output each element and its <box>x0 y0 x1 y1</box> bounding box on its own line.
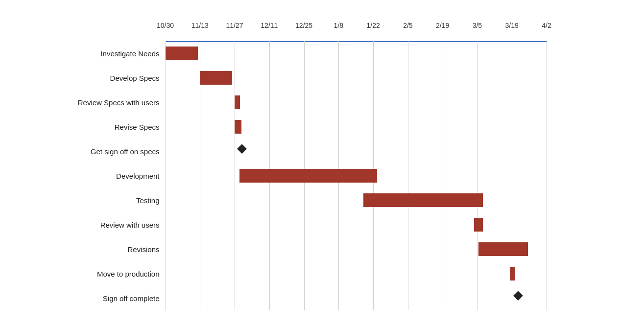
task-label-develop-specs: Develop Specs <box>9 66 166 90</box>
gantt-row-7 <box>166 212 616 237</box>
gantt-row-0 <box>166 41 616 66</box>
gantt-row-2 <box>166 90 616 115</box>
bar-6 <box>363 193 483 207</box>
gantt-row-6 <box>166 188 616 212</box>
bar-2 <box>235 95 240 109</box>
date-label-1-8: 1/8 <box>334 22 343 29</box>
task-label-sign-off-complete: Sign off complete <box>9 286 166 310</box>
gantt-row-9 <box>166 261 616 286</box>
bar-9 <box>510 267 515 280</box>
date-label-10-30: 10/30 <box>157 22 174 29</box>
gantt-row-1 <box>166 66 616 90</box>
gantt-row-4 <box>166 139 616 164</box>
date-label-2-5: 2/5 <box>403 22 412 29</box>
task-label-review-specs-users: Review Specs with users <box>9 90 166 115</box>
date-label-4-2: 4/2 <box>542 22 551 29</box>
diamond-10 <box>513 291 523 301</box>
gantt-rows <box>166 41 616 310</box>
chart-container: Investigate Needs Develop Specs Review S… <box>9 7 636 320</box>
date-label-1-22: 1/22 <box>366 22 380 29</box>
date-label-3-19: 3/19 <box>505 22 519 29</box>
date-label-11-13: 11/13 <box>191 22 209 29</box>
bar-7 <box>474 218 483 232</box>
date-labels: 10/3011/1311/2712/1112/251/81/222/52/193… <box>166 17 616 41</box>
gantt-row-5 <box>166 164 616 188</box>
bar-3 <box>235 120 241 134</box>
task-label-testing: Testing <box>9 188 166 212</box>
gantt-area: 10/3011/1311/2712/1112/251/81/222/52/193… <box>166 17 616 310</box>
bar-5 <box>239 169 377 183</box>
date-label-11-27: 11/27 <box>226 22 243 29</box>
task-label-move-production: Move to production <box>9 261 166 286</box>
chart-inner: Investigate Needs Develop Specs Review S… <box>9 17 616 310</box>
date-label-2-19: 2/19 <box>436 22 449 29</box>
task-label-development: Development <box>9 164 166 188</box>
labels-column: Investigate Needs Develop Specs Review S… <box>9 17 166 310</box>
task-label-revisions: Revisions <box>9 237 166 261</box>
bar-8 <box>478 242 528 256</box>
date-header: 10/3011/1311/2712/1112/251/81/222/52/193… <box>166 17 616 41</box>
diamond-4 <box>237 144 247 154</box>
bar-1 <box>200 71 232 85</box>
task-label-review-users: Review with users <box>9 212 166 237</box>
gantt-row-3 <box>166 115 616 139</box>
gantt-row-10 <box>166 286 616 310</box>
task-label-get-sign-off-specs: Get sign off on specs <box>9 139 166 164</box>
bar-0 <box>166 47 198 60</box>
task-label-investigate-needs: Investigate Needs <box>9 41 166 66</box>
date-label-12-11: 12/11 <box>261 22 278 29</box>
date-label-12-25: 12/25 <box>295 22 312 29</box>
date-label-3-5: 3/5 <box>473 22 482 29</box>
task-label-revise-specs: Revise Specs <box>9 115 166 139</box>
gantt-row-8 <box>166 237 616 261</box>
